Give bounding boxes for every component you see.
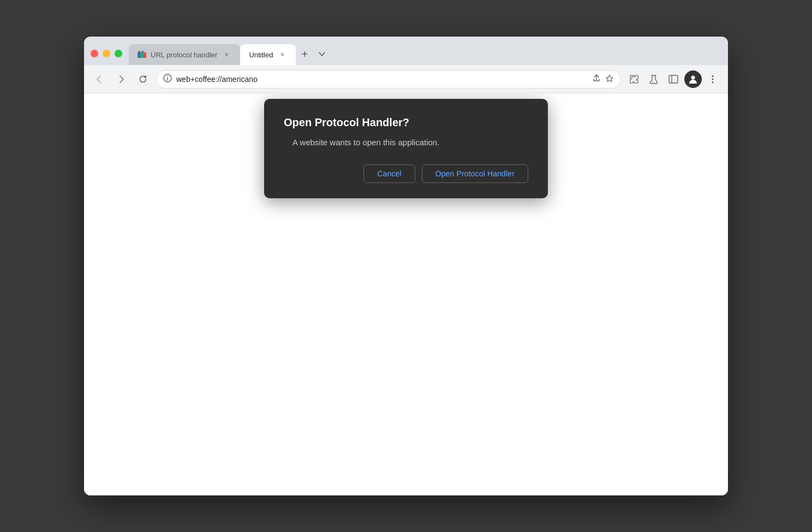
svg-point-16 — [712, 75, 714, 77]
svg-point-18 — [712, 81, 714, 83]
title-bar: URL protocol handler × Untitled × + — [84, 37, 728, 65]
star-icon — [605, 74, 614, 82]
tab-close-button[interactable]: × — [222, 50, 231, 60]
browser-window: URL protocol handler × Untitled × + — [84, 37, 728, 495]
sidebar-icon — [668, 74, 679, 85]
flask-icon — [648, 74, 659, 85]
sidebar-button[interactable] — [665, 70, 682, 88]
svg-marker-9 — [606, 75, 613, 82]
tab-dropdown-button[interactable] — [313, 45, 331, 63]
extensions-button[interactable] — [625, 70, 643, 88]
forward-icon — [116, 74, 126, 84]
svg-marker-4 — [138, 50, 141, 52]
close-button[interactable] — [91, 50, 98, 57]
address-text: web+coffee://americano — [176, 75, 588, 84]
nav-bar: web+coffee://americano — [84, 65, 728, 93]
back-button[interactable] — [91, 70, 108, 88]
share-upload-icon — [592, 74, 601, 82]
svg-point-11 — [652, 81, 653, 82]
page-content: Open Protocol Handler? A website wants t… — [84, 93, 728, 495]
forward-button[interactable] — [112, 70, 130, 88]
minimize-button[interactable] — [103, 50, 110, 57]
tab-favicon-icon — [138, 50, 146, 59]
lab-button[interactable] — [645, 70, 662, 88]
svg-rect-3 — [143, 52, 146, 58]
tab-url-protocol-handler[interactable]: URL protocol handler × — [129, 44, 240, 65]
dialog-overlay: Open Protocol Handler? A website wants t… — [84, 93, 728, 495]
svg-point-17 — [712, 78, 714, 80]
svg-marker-5 — [141, 50, 144, 52]
cancel-button[interactable]: Cancel — [363, 164, 415, 183]
person-icon — [688, 74, 698, 85]
tab-title: Untitled — [249, 51, 273, 59]
svg-rect-2 — [141, 52, 143, 58]
bookmark-icon[interactable] — [605, 74, 614, 85]
svg-point-12 — [654, 82, 655, 83]
svg-rect-13 — [669, 75, 678, 83]
new-tab-button[interactable]: + — [296, 45, 313, 63]
reload-button[interactable] — [134, 70, 152, 88]
reload-icon — [138, 74, 148, 84]
tab-close-button[interactable]: × — [277, 50, 287, 60]
tabs-area: URL protocol handler × Untitled × + — [129, 44, 721, 65]
address-bar[interactable]: web+coffee://americano — [156, 70, 621, 88]
tab-untitled[interactable]: Untitled × — [240, 44, 296, 65]
traffic-lights — [91, 50, 122, 65]
tab-title: URL protocol handler — [151, 51, 217, 59]
info-circle-icon — [163, 74, 172, 82]
protocol-handler-dialog: Open Protocol Handler? A website wants t… — [264, 99, 548, 198]
info-icon — [163, 74, 172, 84]
kebab-menu-icon — [707, 74, 718, 85]
chevron-down-icon — [318, 50, 326, 58]
puzzle-icon — [629, 74, 640, 85]
svg-rect-1 — [138, 52, 141, 58]
dialog-title: Open Protocol Handler? — [284, 116, 528, 129]
profile-button[interactable] — [684, 70, 702, 88]
dialog-message: A website wants to open this application… — [284, 138, 528, 147]
svg-point-8 — [167, 76, 168, 77]
maximize-button[interactable] — [115, 50, 122, 57]
open-protocol-handler-button[interactable]: Open Protocol Handler — [422, 164, 528, 183]
back-icon — [94, 74, 104, 84]
dialog-buttons: Cancel Open Protocol Handler — [284, 164, 528, 183]
more-button[interactable] — [704, 70, 721, 88]
toolbar-icons — [625, 70, 721, 88]
svg-point-15 — [691, 75, 695, 79]
share-icon[interactable] — [592, 74, 601, 84]
